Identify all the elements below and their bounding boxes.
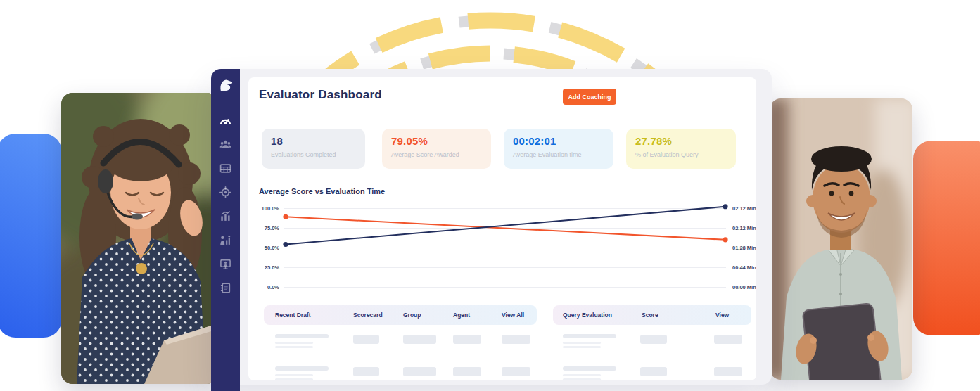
- data-point[interactable]: [723, 237, 727, 242]
- skeleton-bar: [563, 334, 616, 338]
- column-header[interactable]: View All: [502, 312, 524, 319]
- skeleton-pill: [453, 335, 481, 344]
- orange-gradient-rectangle: [913, 141, 980, 335]
- table-header-row: Recent Draft Scorecard Group Agent View …: [264, 305, 537, 325]
- skeleton-pill: [640, 335, 667, 344]
- sidebar-item-evaluations table-icon[interactable]: [219, 162, 231, 174]
- y-axis-tick: 75.0%: [257, 225, 279, 231]
- skeleton-bar: [563, 366, 616, 371]
- sidebar-item-coaching person-chart-icon[interactable]: [219, 234, 231, 246]
- skeleton-line: [563, 342, 601, 344]
- column-header[interactable]: Agent: [453, 312, 470, 319]
- skeleton-line: [275, 378, 313, 380]
- data-point[interactable]: [283, 214, 288, 219]
- sidebar-nav: [211, 69, 240, 391]
- sidebar-item-targets target-icon[interactable]: [219, 186, 231, 198]
- sidebar-item-dashboard speedometer-icon[interactable]: [219, 115, 231, 127]
- stat-card-average-score[interactable]: 79.05% Average Score Awarded: [382, 129, 491, 169]
- table-row[interactable]: [264, 325, 537, 357]
- stat-card-average-evaluation-time[interactable]: 00:02:01 Average Evaluation time: [504, 129, 613, 169]
- page: Evaluator Dashboard Add Coaching 18 Eval…: [0, 0, 980, 391]
- table-row[interactable]: [553, 325, 751, 357]
- stat-label: % of Evaluation Query: [635, 151, 727, 158]
- column-header[interactable]: Group: [403, 312, 421, 319]
- column-header[interactable]: View: [715, 312, 729, 319]
- column-header[interactable]: Scorecard: [353, 312, 383, 319]
- stat-label: Average Score Awarded: [391, 151, 482, 158]
- skeleton-pill: [403, 335, 436, 344]
- chart-title: Average Score vs Evaluation Time: [259, 187, 385, 196]
- stat-card-evaluations-completed[interactable]: 18 Evaluations Completed: [262, 129, 365, 169]
- skeleton-pill: [640, 367, 667, 376]
- skeleton-pill: [714, 367, 742, 376]
- data-point[interactable]: [283, 242, 288, 247]
- page-title: Evaluator Dashboard: [259, 88, 382, 102]
- y-axis-tick: 25.0%: [257, 264, 279, 271]
- y2-axis-tick: 00.00 Mins: [732, 284, 756, 290]
- stat-value: 27.78%: [635, 135, 727, 147]
- table-row[interactable]: [553, 357, 751, 380]
- y2-axis-tick: 02.12 Mins: [732, 225, 756, 231]
- y2-axis-tick: 02.12 Mins: [732, 205, 756, 212]
- skeleton-bar: [275, 366, 329, 371]
- recent-drafts-table: Recent Draft Scorecard Group Agent View …: [264, 305, 537, 380]
- photo-woman-headset: [61, 93, 218, 384]
- skeleton-pill: [353, 367, 379, 376]
- table-header-row: Query Evaluation Score View: [553, 305, 751, 325]
- brand-logo[interactable]: [217, 77, 234, 94]
- stat-label: Average Evaluation time: [513, 151, 604, 158]
- y-axis-tick: 100.0%: [257, 205, 279, 212]
- rainbow-arcs-decoration: [0, 0, 980, 73]
- card-header: Evaluator Dashboard Add Coaching: [248, 77, 756, 113]
- line-chart[interactable]: [281, 197, 732, 295]
- photo-man-tablet: [770, 98, 912, 380]
- y-axis-tick: 0.0%: [257, 284, 279, 290]
- series-line[interactable]: [286, 217, 725, 239]
- column-header[interactable]: Query Evaluation: [563, 312, 612, 319]
- skeleton-pill: [453, 367, 481, 376]
- skeleton-bar: [275, 334, 329, 338]
- add-coaching-button[interactable]: Add Coaching: [563, 89, 616, 105]
- sidebar-item-analytics bar-chart-icon[interactable]: [219, 210, 231, 222]
- y2-axis-tick: 01.28 Mins: [732, 245, 756, 251]
- divider: [248, 181, 756, 181]
- sidebar-item-notes notebook-icon[interactable]: [219, 282, 231, 294]
- table-row[interactable]: [264, 357, 537, 380]
- y-axis-tick: 50.0%: [257, 245, 279, 251]
- skeleton-line: [275, 374, 313, 376]
- skeleton-pill: [502, 367, 530, 376]
- column-header[interactable]: Recent Draft: [275, 312, 311, 319]
- skeleton-line: [275, 342, 313, 344]
- sidebar-item-screen monitor-person-icon[interactable]: [219, 258, 231, 270]
- stat-card-evaluation-query[interactable]: 27.78% % of Evaluation Query: [626, 129, 736, 169]
- blue-gradient-rectangle: [0, 134, 62, 338]
- skeleton-pill: [403, 367, 436, 376]
- data-point[interactable]: [723, 204, 727, 209]
- column-header[interactable]: Score: [642, 312, 658, 319]
- sidebar-item-teams people-icon[interactable]: [219, 139, 231, 150]
- skeleton-line: [275, 346, 313, 348]
- stat-value: 18: [271, 135, 356, 147]
- skeleton-line: [563, 378, 601, 380]
- stat-value: 00:02:01: [513, 135, 604, 147]
- query-evaluations-table: Query Evaluation Score View: [553, 305, 751, 380]
- skeleton-pill: [502, 335, 530, 344]
- y2-axis-tick: 00.44 Mins: [732, 264, 756, 271]
- dashboard-card: Evaluator Dashboard Add Coaching 18 Eval…: [248, 77, 756, 380]
- stat-label: Evaluations Completed: [271, 151, 356, 158]
- skeleton-line: [563, 374, 601, 376]
- series-line[interactable]: [286, 207, 725, 245]
- skeleton-pill: [714, 335, 742, 344]
- skeleton-line: [563, 346, 601, 348]
- skeleton-pill: [353, 335, 379, 344]
- stat-value: 79.05%: [391, 135, 482, 147]
- divider: [248, 113, 756, 113]
